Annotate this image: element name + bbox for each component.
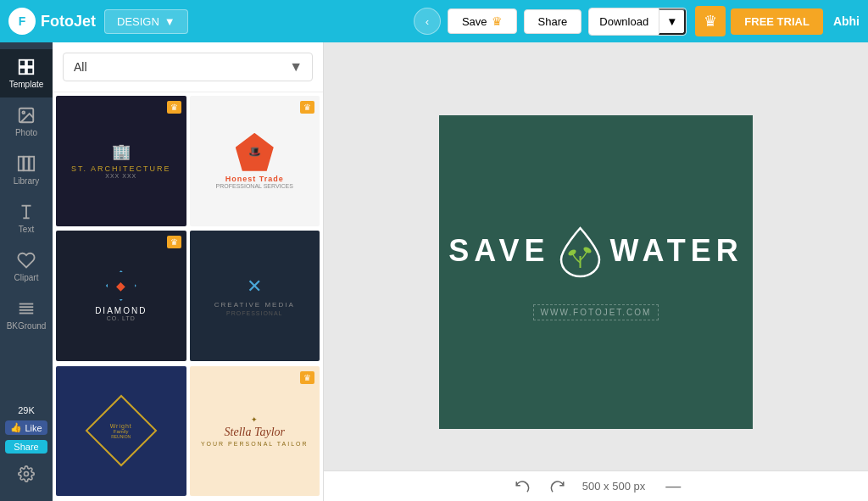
sidebar-icons: Template Photo Library Text	[0, 42, 53, 501]
premium-badge: ♛	[167, 236, 181, 248]
sidebar-item-text[interactable]: Text	[0, 194, 53, 242]
templates-grid: 🏢 ST. ARCHITECTURE XXX XXX ♛ 🎩 Honest Tr…	[53, 92, 323, 501]
template-card-5[interactable]: Wright Family REUNION	[56, 366, 186, 497]
save-button[interactable]: Save ♛	[448, 8, 517, 34]
template-card-2[interactable]: 🎩 Honest Trade PROFESSIONAL SERVICES ♛	[190, 96, 320, 226]
chevron-left-icon: ‹	[426, 15, 429, 28]
undo-button[interactable]	[511, 474, 533, 499]
canvas: SAVE WATER WWW.FOTOJET.	[439, 115, 753, 429]
redo-button[interactable]	[547, 474, 569, 499]
canvas-content: SAVE WATER WWW.FOTOJET.	[448, 224, 743, 320]
free-trial-crown-icon: ♛	[695, 6, 726, 36]
template-card-3[interactable]: ◆ DIAMOND CO. LTD ♛	[56, 231, 186, 361]
sidebar-bottom: 29K 👍 Like Share	[5, 405, 47, 501]
svg-rect-7	[24, 157, 29, 171]
filter-select[interactable]: All Business Creative Modern Vintage	[63, 53, 313, 81]
crown-icon: ♛	[492, 14, 503, 28]
sidebar-item-clipart[interactable]: Clipart	[0, 242, 53, 291]
save-water-title: SAVE WATER	[448, 224, 743, 279]
gear-icon	[18, 465, 35, 482]
canvas-size: 500 x 500 px	[582, 480, 645, 493]
sidebar-item-photo[interactable]: Photo	[0, 97, 53, 146]
design-button[interactable]: DESIGN ▼	[104, 9, 188, 34]
main-content: Template Photo Library Text	[0, 42, 868, 501]
svg-point-19	[582, 245, 593, 253]
premium-badge: ♛	[300, 101, 314, 114]
sidebar-item-bkground[interactable]: BKGround	[0, 291, 53, 339]
settings-button[interactable]	[18, 459, 35, 493]
svg-rect-1	[27, 60, 33, 66]
back-button[interactable]: ‹	[414, 8, 441, 35]
bottom-bar: 500 x 500 px —	[324, 470, 868, 501]
user-avatar: Abhi	[833, 14, 860, 28]
water-drop-icon	[557, 224, 604, 279]
template-icon	[17, 58, 36, 76]
logo-area: F FotoJet	[8, 8, 96, 35]
svg-rect-8	[30, 157, 34, 171]
free-trial-area: ♛ FREE TRIAL Abhi	[695, 6, 860, 36]
download-dropdown-button[interactable]: ▼	[659, 8, 686, 35]
download-button[interactable]: Download	[589, 8, 659, 35]
sidebar-item-library[interactable]: Library	[0, 146, 53, 194]
templates-panel: All Business Creative Modern Vintage ▼ 🏢…	[53, 42, 324, 501]
logo-text: FotoJet	[41, 13, 96, 31]
sidebar-share-button[interactable]: Share	[5, 440, 47, 454]
header: F FotoJet DESIGN ▼ ‹ Save ♛ Share Downlo…	[0, 0, 868, 42]
filter-wrapper: All Business Creative Modern Vintage ▼	[63, 53, 313, 81]
templates-filter: All Business Creative Modern Vintage ▼	[53, 42, 323, 92]
like-button[interactable]: 👍 Like	[5, 420, 47, 435]
redo-icon	[550, 477, 565, 493]
chevron-down-icon: ▼	[666, 15, 677, 28]
nav-center: ‹ Save ♛ Share Download ▼	[414, 8, 687, 36]
svg-point-16	[24, 472, 28, 476]
svg-rect-6	[19, 157, 24, 171]
template-card-4[interactable]: ✕ CREATIVE MEDIA PROFESSIONAL	[190, 231, 320, 361]
template-card-1[interactable]: 🏢 ST. ARCHITECTURE XXX XXX ♛	[56, 96, 186, 226]
photo-icon	[17, 106, 36, 125]
bkground-icon	[17, 299, 36, 318]
template-card-6[interactable]: ✦ Stella Taylor YOUR PERSONAL TAILOR ♛	[190, 366, 320, 497]
clipart-icon	[17, 251, 36, 270]
thumbs-up-icon: 👍	[10, 422, 22, 433]
svg-point-18	[567, 248, 577, 256]
sidebar-item-template[interactable]: Template	[0, 49, 53, 97]
canvas-area: SAVE WATER WWW.FOTOJET.	[324, 42, 868, 501]
canvas-footer-text: WWW.FOTOJET.COM	[533, 304, 659, 320]
like-count: 29K	[18, 405, 35, 415]
svg-rect-0	[19, 60, 25, 66]
share-button[interactable]: Share	[524, 9, 582, 34]
logo-icon: F	[8, 8, 36, 35]
premium-badge: ♛	[300, 371, 314, 384]
zoom-out-button[interactable]: —	[665, 477, 681, 495]
svg-rect-2	[19, 68, 25, 74]
premium-badge: ♛	[167, 101, 181, 114]
text-icon	[17, 203, 36, 221]
library-icon	[17, 154, 36, 173]
chevron-down-icon: ▼	[164, 15, 175, 28]
download-group: Download ▼	[588, 8, 687, 36]
canvas-wrapper: SAVE WATER WWW.FOTOJET.	[324, 42, 868, 501]
svg-point-5	[22, 111, 25, 114]
undo-icon	[515, 477, 530, 493]
svg-rect-3	[27, 68, 33, 74]
free-trial-button[interactable]: FREE TRIAL	[731, 8, 823, 35]
